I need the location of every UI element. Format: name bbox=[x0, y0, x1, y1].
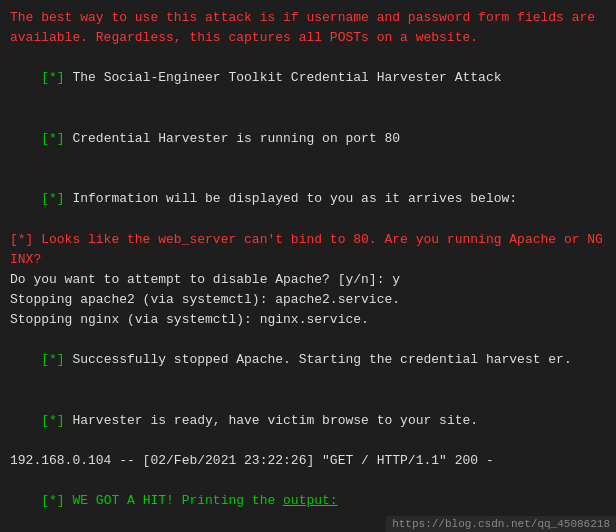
line-success-text: Successfully stopped Apache. Starting th… bbox=[72, 352, 571, 367]
line-harvester-text: Harvester is ready, have victim browse t… bbox=[72, 413, 478, 428]
bracket-star4: [*] bbox=[41, 352, 72, 367]
hit-text: [*] WE GOT A HIT! Printing the output: bbox=[41, 493, 337, 508]
bracket-star2: [*] bbox=[41, 131, 72, 146]
line-port: [*] Credential Harvester is running on p… bbox=[10, 109, 606, 169]
line-get-request1: 192.168.0.104 -- [02/Feb/2021 23:22:26] … bbox=[10, 451, 606, 471]
line-stop-apache: Stopping apache2 (via systemctl): apache… bbox=[10, 290, 606, 310]
line-stop-nginx: Stopping nginx (via systemctl): nginx.se… bbox=[10, 310, 606, 330]
line-harvester-ready: [*] Harvester is ready, have victim brow… bbox=[10, 391, 606, 451]
line-bind-error: [*] Looks like the web_server can't bind… bbox=[10, 230, 606, 270]
status-bar-text: https://blog.csdn.net/qq_45086218 bbox=[392, 518, 610, 530]
line-warning: The best way to use this attack is if us… bbox=[10, 8, 606, 48]
bracket-star3: [*] bbox=[41, 191, 72, 206]
bracket-star5: [*] bbox=[41, 413, 72, 428]
bracket-star: [*] bbox=[41, 70, 72, 85]
line-info: [*] Information will be displayed to you… bbox=[10, 169, 606, 229]
line-port-text: Credential Harvester is running on port … bbox=[72, 131, 400, 146]
line-info-text: Information will be displayed to you as … bbox=[72, 191, 517, 206]
line-disable-prompt: Do you want to attempt to disable Apache… bbox=[10, 270, 606, 290]
line-success: [*] Successfully stopped Apache. Startin… bbox=[10, 330, 606, 390]
terminal-window: The best way to use this attack is if us… bbox=[0, 0, 616, 532]
line-toolkit: [*] The Social-Engineer Toolkit Credenti… bbox=[10, 48, 606, 108]
status-bar: https://blog.csdn.net/qq_45086218 bbox=[386, 516, 616, 532]
line-toolkit-text: The Social-Engineer Toolkit Credential H… bbox=[72, 70, 501, 85]
